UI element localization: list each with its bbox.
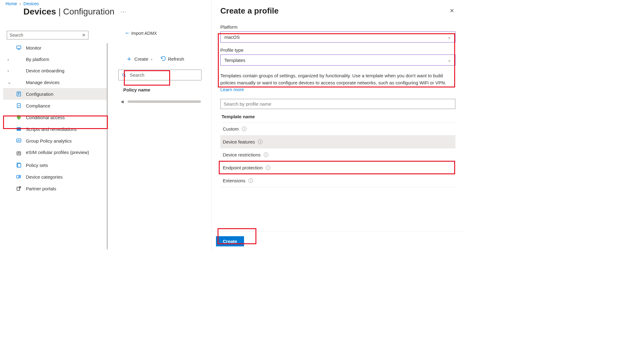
configuration-icon bbox=[16, 91, 22, 97]
template-row-endpoint-protection[interactable]: Endpoint protection i bbox=[220, 161, 455, 174]
sidebar-item-label: Partner portals bbox=[26, 186, 56, 191]
sidebar-item-compliance[interactable]: Compliance bbox=[3, 100, 108, 111]
shield-icon bbox=[16, 115, 22, 120]
horizontal-scrollbar[interactable]: ◀ bbox=[121, 100, 201, 103]
policy-search-input[interactable]: Search bbox=[118, 70, 202, 80]
info-icon[interactable]: i bbox=[258, 140, 263, 144]
chevron-right-icon: › bbox=[7, 57, 12, 62]
chevron-down-icon: ⌄ bbox=[447, 34, 451, 40]
scroll-left-icon[interactable]: ◀ bbox=[121, 99, 124, 104]
flyout-footer: Create bbox=[212, 232, 464, 251]
main-content: ⭳ Import ADMX ＋ Create ⌄ Refresh Search … bbox=[117, 31, 210, 103]
template-list: Custom i Device features i Device restri… bbox=[220, 122, 455, 187]
templates-description: Templates contain groups of settings, or… bbox=[220, 72, 455, 93]
sidebar-item-label: By platform bbox=[26, 57, 49, 62]
profile-type-label: Profile type bbox=[220, 47, 455, 53]
sidebar-item-label: Device categories bbox=[26, 174, 63, 180]
compliance-icon bbox=[16, 103, 22, 108]
sidebar: Search ✕ Monitor › By platform › Device … bbox=[3, 31, 108, 251]
svg-rect-7 bbox=[18, 164, 21, 167]
platform-field: Platform macOS ⌄ bbox=[220, 24, 455, 42]
info-icon[interactable]: i bbox=[266, 165, 270, 170]
page-title-main: Devices bbox=[23, 7, 56, 16]
sidebar-item-device-onboarding[interactable]: › Device onboarding bbox=[3, 65, 108, 76]
sidebar-item-esim[interactable]: eSIM cellular profiles (preview) bbox=[3, 147, 108, 159]
analytics-icon bbox=[16, 138, 22, 144]
sidebar-item-label: Conditional access bbox=[26, 115, 65, 120]
flyout-title: Create a profile bbox=[220, 6, 279, 16]
policy-name-column-header[interactable]: Policy name bbox=[117, 80, 210, 97]
template-row-custom[interactable]: Custom i bbox=[220, 123, 455, 136]
chevron-down-icon: ⌄ bbox=[447, 57, 451, 63]
page-title-sub: Configuration bbox=[63, 7, 115, 16]
info-icon[interactable]: i bbox=[242, 127, 247, 131]
profile-type-select[interactable]: Templates ⌄ bbox=[220, 55, 455, 66]
svg-point-11 bbox=[123, 73, 125, 76]
sidebar-item-label: Group Policy analytics bbox=[26, 138, 71, 144]
sidebar-item-configuration[interactable]: Configuration bbox=[3, 88, 108, 100]
policy-sets-icon bbox=[16, 162, 22, 168]
sidebar-item-label: Policy sets bbox=[26, 163, 48, 168]
template-row-extensions[interactable]: Extensions i bbox=[220, 174, 455, 187]
create-profile-panel: Create a profile ✕ Platform macOS ⌄ Prof… bbox=[211, 0, 464, 251]
sidebar-item-label: eSIM cellular profiles (preview) bbox=[26, 150, 89, 155]
sidebar-item-label: Device onboarding bbox=[26, 68, 64, 73]
sidebar-item-conditional-access[interactable]: Conditional access bbox=[3, 111, 108, 123]
platform-select[interactable]: macOS ⌄ bbox=[220, 31, 455, 42]
sidebar-item-policy-sets[interactable]: Policy sets bbox=[3, 159, 108, 171]
chevron-down-icon: ⌄ bbox=[7, 79, 12, 85]
sidebar-item-label: Manage devices bbox=[26, 80, 59, 85]
close-icon[interactable]: ✕ bbox=[82, 33, 86, 38]
search-icon bbox=[122, 73, 127, 78]
template-row-device-restrictions[interactable]: Device restrictions i bbox=[220, 148, 455, 161]
sidebar-item-partner-portals[interactable]: Partner portals bbox=[3, 183, 108, 194]
monitor-icon bbox=[16, 45, 22, 51]
refresh-button[interactable]: Refresh bbox=[161, 56, 184, 62]
terminal-icon bbox=[16, 126, 22, 132]
more-icon[interactable]: ⋯ bbox=[118, 8, 128, 15]
info-icon[interactable]: i bbox=[264, 152, 268, 157]
learn-more-link[interactable]: Learn more bbox=[220, 87, 244, 92]
sidebar-item-monitor[interactable]: Monitor bbox=[3, 42, 108, 54]
sidebar-item-by-platform[interactable]: › By platform bbox=[3, 54, 108, 65]
sidebar-item-scripts[interactable]: Scripts and remediations bbox=[3, 123, 108, 135]
toolbar: ＋ Create ⌄ Refresh bbox=[117, 36, 210, 70]
sidebar-item-gpa[interactable]: Group Policy analytics bbox=[3, 135, 108, 147]
template-search-input[interactable] bbox=[220, 99, 455, 109]
template-name-column-header[interactable]: Template name bbox=[220, 111, 455, 122]
create-profile-button[interactable]: Create bbox=[216, 236, 244, 246]
external-link-icon bbox=[16, 186, 22, 191]
svg-rect-10 bbox=[17, 187, 20, 191]
svg-rect-8 bbox=[17, 176, 19, 178]
svg-rect-0 bbox=[17, 46, 21, 49]
import-admx-link[interactable]: ⭳ Import ADMX bbox=[117, 31, 210, 36]
sidebar-item-device-categories[interactable]: Device categories bbox=[3, 171, 108, 183]
create-button[interactable]: ＋ Create ⌄ bbox=[126, 54, 153, 63]
plus-icon: ＋ bbox=[126, 54, 132, 63]
chevron-right-icon: › bbox=[7, 68, 12, 73]
svg-rect-9 bbox=[19, 175, 21, 178]
devices-icon bbox=[16, 174, 22, 180]
svg-rect-3 bbox=[17, 127, 21, 131]
chevron-right-icon: › bbox=[19, 1, 21, 6]
sidebar-search-input[interactable]: Search ✕ bbox=[7, 31, 88, 39]
scrollbar[interactable] bbox=[107, 43, 108, 249]
platform-label: Platform bbox=[220, 24, 455, 30]
profile-type-field: Profile type Templates ⌄ bbox=[220, 47, 455, 66]
sidebar-item-label: Monitor bbox=[26, 45, 41, 51]
sidebar-item-label: Configuration bbox=[26, 91, 53, 97]
close-icon[interactable]: ✕ bbox=[448, 6, 455, 15]
info-icon[interactable]: i bbox=[248, 178, 253, 183]
template-row-device-features[interactable]: Device features i bbox=[220, 136, 455, 148]
chevron-down-icon: ⌄ bbox=[150, 57, 153, 61]
esim-icon bbox=[16, 151, 22, 156]
sidebar-item-label: Scripts and remediations bbox=[26, 127, 77, 132]
breadcrumb-home[interactable]: Home bbox=[6, 1, 17, 6]
sidebar-item-manage-devices[interactable]: ⌄ Manage devices bbox=[3, 76, 108, 88]
refresh-icon bbox=[161, 56, 166, 62]
breadcrumb-devices[interactable]: Devices bbox=[23, 1, 39, 6]
sidebar-item-label: Compliance bbox=[26, 103, 50, 108]
